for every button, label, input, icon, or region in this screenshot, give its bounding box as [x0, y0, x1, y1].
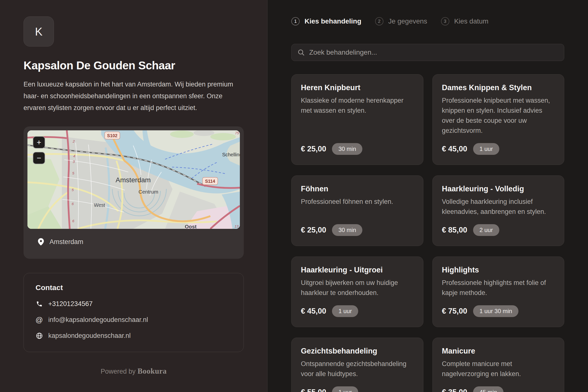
contact-website-row[interactable]: kapsalondegoudenschaar.nl [36, 332, 232, 340]
service-name: Heren Knipbeurt [301, 83, 414, 92]
service-footer: € 85,00 2 uur [442, 217, 555, 236]
location-row: Amsterdam [28, 229, 240, 255]
at-icon: @ [36, 316, 43, 324]
step-label: Kies behandeling [304, 18, 362, 25]
service-description: Professionele knipbeurt met wassen, knip… [442, 96, 555, 136]
map-zoom-in-button[interactable]: + [33, 136, 45, 148]
service-description: Complete manicure met nagelverzorging en… [442, 359, 555, 379]
map-card: 2 4 3 5 5 6 6 75 13 S102 [24, 126, 244, 259]
globe-icon [36, 332, 43, 339]
service-description: Professionele highlights met folie of ka… [442, 278, 555, 298]
location-pin-icon [37, 238, 44, 246]
service-price: € 25,00 [301, 144, 326, 153]
service-price: € 25,00 [301, 226, 326, 234]
service-price: € 55,00 [301, 388, 326, 392]
search-bar [291, 44, 564, 61]
map-label-west: West [94, 202, 105, 208]
service-card[interactable]: Manicure Complete manicure met nagelverz… [432, 338, 564, 392]
service-footer: € 75,00 1 uur 30 min [442, 298, 555, 317]
phone-icon [36, 300, 43, 307]
step-kies-behandeling[interactable]: 1 Kies behandeling [291, 17, 362, 26]
service-footer: € 55,00 1 uur [301, 379, 414, 392]
service-duration-badge: 2 uur [473, 224, 499, 236]
contact-phone: +31201234567 [48, 300, 92, 308]
service-price: € 35,00 [442, 388, 467, 392]
map-label-centrum: Centrum [138, 189, 158, 194]
step-number: 2 [375, 17, 384, 26]
service-duration-badge: 45 min [473, 386, 504, 392]
service-footer: € 25,00 30 min [301, 136, 414, 155]
map-route-number: 4 [73, 154, 75, 158]
service-card[interactable]: Föhnen Professioneel föhnen en stylen. €… [291, 176, 423, 246]
service-price: € 75,00 [442, 307, 467, 316]
service-description: Ontspannende gezichtsbehandeling voor al… [301, 359, 414, 379]
map-road-badge-s102: S102 [104, 132, 120, 139]
service-description: Volledige haarkleuring inclusief kleenad… [442, 197, 555, 217]
map-route-number: 3 [73, 160, 75, 164]
salon-name: Kapsalon De Gouden Schaar [24, 59, 244, 72]
step-number: 3 [441, 17, 449, 26]
salon-panel: K Kapsalon De Gouden Schaar Een luxueuze… [0, 0, 268, 392]
contact-card: Contact +31201234567 @ info@kapsalondego… [24, 273, 244, 352]
service-name: Highlights [442, 266, 555, 274]
map-route-number: 13 [234, 224, 239, 228]
service-footer: € 35,00 45 min [442, 379, 555, 392]
map-route-number: 2 [72, 139, 75, 143]
wizard-steps: 1 Kies behandeling 2 Je gegevens 3 Kies … [291, 17, 564, 26]
search-icon [298, 49, 305, 56]
service-description: Uitgroei bijwerken om uw huidige haarkle… [301, 278, 414, 298]
map-zoom-controls: + − [33, 136, 45, 164]
booking-page: K Kapsalon De Gouden Schaar Een luxueuze… [0, 0, 588, 392]
salon-logo-letter: K [35, 25, 43, 38]
location-label: Amsterdam [50, 238, 83, 246]
service-duration-badge: 1 uur 30 min [473, 305, 518, 317]
service-name: Haarkleuring - Uitgroei [301, 266, 414, 274]
step-label: Kies datum [454, 18, 488, 25]
service-card[interactable]: Dames Knippen & Stylen Professionele kni… [432, 74, 564, 165]
service-card[interactable]: Highlights Professionele highlights met … [432, 256, 564, 327]
service-card[interactable]: Gezichtsbehandeling Ontspannende gezicht… [291, 338, 423, 392]
contact-email-row[interactable]: @ info@kapsalondegoudenschaar.nl [36, 316, 232, 324]
map-zoom-out-button[interactable]: − [33, 152, 45, 164]
search-input[interactable] [309, 48, 558, 56]
contact-website: kapsalondegoudenschaar.nl [48, 332, 130, 340]
map-label-schelling: Schelling [222, 152, 240, 157]
service-duration-badge: 1 uur [332, 386, 358, 392]
contact-phone-row[interactable]: +31201234567 [36, 300, 232, 308]
map-label-oost: Oost [185, 224, 196, 229]
salon-logo: K [24, 16, 54, 46]
service-duration-badge: 1 uur [473, 143, 499, 155]
powered-by-label: Powered by [101, 368, 136, 375]
service-duration-badge: 30 min [332, 224, 362, 236]
service-footer: € 25,00 30 min [301, 217, 414, 236]
map-route-number: 75 [235, 131, 239, 135]
map-route-number: 5 [72, 171, 74, 175]
powered-by: Powered byBookura [24, 367, 244, 376]
map-route-number: 6 [72, 202, 74, 206]
step-je-gegevens[interactable]: 2 Je gegevens [375, 17, 427, 26]
service-card[interactable]: Heren Knipbeurt Klassieke of moderne her… [291, 74, 423, 165]
service-description: Klassieke of moderne herenkapper met was… [301, 96, 414, 116]
svg-text:S102: S102 [107, 133, 117, 138]
step-kies-datum[interactable]: 3 Kies datum [441, 17, 488, 26]
service-description: Professioneel föhnen en stylen. [301, 197, 414, 207]
map[interactable]: 2 4 3 5 5 6 6 75 13 S102 [28, 130, 240, 229]
map-label-city: Amsterdam [116, 176, 151, 184]
step-label: Je gegevens [388, 18, 427, 25]
service-name: Haarkleuring - Volledig [442, 184, 555, 193]
map-route-number: 6 [72, 219, 74, 223]
map-route-number: 5 [72, 188, 74, 192]
bookura-logo[interactable]: Bookura [138, 367, 166, 375]
service-price: € 45,00 [442, 144, 467, 153]
service-price: € 85,00 [442, 226, 467, 234]
service-name: Gezichtsbehandeling [301, 347, 414, 356]
service-name: Manicure [442, 347, 555, 356]
service-price: € 45,00 [301, 307, 326, 316]
service-card[interactable]: Haarkleuring - Volledig Volledige haarkl… [432, 176, 564, 246]
service-card[interactable]: Haarkleuring - Uitgroei Uitgroei bijwerk… [291, 256, 423, 327]
services-grid: Heren Knipbeurt Klassieke of moderne her… [291, 74, 564, 392]
map-image: 2 4 3 5 5 6 6 75 13 S102 [28, 130, 240, 229]
service-footer: € 45,00 1 uur [301, 298, 414, 317]
service-name: Dames Knippen & Stylen [442, 83, 555, 92]
service-duration-badge: 30 min [332, 143, 362, 155]
